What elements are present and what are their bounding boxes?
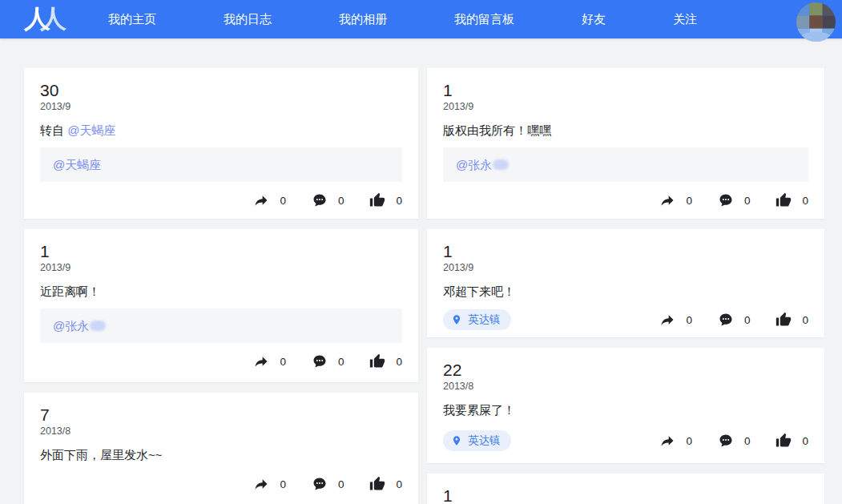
share-button[interactable]: 0 [253, 476, 286, 492]
comment-button[interactable]: 0 [718, 192, 751, 208]
like-button[interactable]: 0 [776, 192, 808, 208]
like-button[interactable]: 0 [369, 353, 402, 369]
nav-item-my-albums[interactable]: 我的相册 [339, 0, 387, 38]
nav-item-my-message-board[interactable]: 我的留言板 [454, 0, 514, 38]
share-icon [659, 192, 675, 208]
post-actions: 0 0 0 [253, 476, 402, 492]
share-count: 0 [280, 478, 286, 490]
comment-button[interactable]: 0 [312, 353, 344, 369]
mention-link[interactable]: @张永 [456, 158, 492, 171]
share-count: 0 [280, 195, 286, 207]
comment-count: 0 [338, 195, 344, 207]
logo-glyph: 人 [40, 1, 66, 38]
post-day: 1 [443, 242, 808, 261]
post-date: 2013/8 [443, 380, 808, 393]
share-icon [253, 476, 269, 492]
comment-count: 0 [744, 314, 751, 326]
post-actions: 0 0 0 [659, 192, 808, 208]
thumb-up-icon [369, 353, 385, 369]
like-button[interactable]: 0 [776, 312, 808, 328]
mention-link[interactable]: @天蝎座 [67, 123, 115, 137]
avatar-image [796, 2, 836, 42]
comment-icon [312, 476, 328, 492]
comment-icon [718, 433, 734, 449]
mention-link[interactable]: @张永 [53, 319, 89, 333]
post-card: 1 [427, 474, 824, 504]
feed-column-right: 1 2013/9 版权由我所有！嘿嘿 @张永 0 0 [427, 68, 824, 504]
comment-button[interactable]: 0 [312, 192, 344, 208]
post-day: 30 [40, 81, 402, 100]
post-content: 近距离啊！ [40, 284, 402, 299]
post-date: 2013/9 [40, 261, 402, 274]
censored-text [493, 159, 509, 170]
comment-count: 0 [338, 478, 344, 490]
share-icon [659, 312, 675, 328]
post-content: 版权由我所有！嘿嘿 [443, 123, 808, 138]
post-card: 1 2013/9 版权由我所有！嘿嘿 @张永 0 0 [427, 68, 824, 219]
thumb-up-icon [369, 192, 385, 208]
user-avatar[interactable] [796, 2, 836, 42]
comment-button[interactable]: 0 [718, 312, 751, 328]
comment-count: 0 [744, 195, 751, 207]
post-actions-row: 英达镇 0 0 0 [443, 309, 808, 330]
comment-count: 0 [744, 435, 751, 447]
share-button[interactable]: 0 [659, 192, 692, 208]
post-day: 7 [40, 405, 402, 425]
like-button[interactable]: 0 [776, 433, 808, 449]
post-actions-row: 英达镇 0 0 0 [443, 430, 808, 451]
comment-icon [312, 192, 328, 208]
post-card: 22 2013/8 我要累屎了！ 英达镇 0 0 [427, 348, 824, 463]
location-label: 英达镇 [468, 312, 501, 327]
comment-button[interactable]: 0 [718, 433, 751, 449]
renren-logo[interactable]: 人 人 [24, 0, 66, 38]
post-day: 1 [443, 486, 808, 504]
nav-menu: 我的主页 我的日志 我的相册 我的留言板 好友 关注 [108, 0, 697, 38]
share-button[interactable]: 0 [659, 433, 692, 449]
share-icon [253, 353, 269, 369]
share-button[interactable]: 0 [659, 312, 692, 328]
comment-button[interactable]: 0 [312, 476, 344, 492]
post-actions-row: 0 0 0 [40, 476, 402, 492]
post-actions: 0 0 0 [253, 192, 402, 208]
like-count: 0 [802, 314, 808, 326]
nav-item-my-homepage[interactable]: 我的主页 [108, 0, 156, 38]
repost-prefix: 转自 [40, 123, 67, 137]
feed: 30 2013/9 转自 @天蝎座 @天蝎座 0 0 [24, 68, 824, 504]
post-day: 1 [443, 81, 808, 100]
post-card: 1 2013/9 近距离啊！ @张永 0 0 [24, 229, 418, 382]
like-count: 0 [802, 435, 808, 447]
location-chip[interactable]: 英达镇 [443, 309, 511, 330]
nav-item-friends[interactable]: 好友 [582, 0, 606, 38]
share-count: 0 [686, 435, 692, 447]
thumb-up-icon [369, 476, 385, 492]
location-chip[interactable]: 英达镇 [443, 430, 511, 451]
share-button[interactable]: 0 [253, 192, 286, 208]
like-button[interactable]: 0 [369, 192, 402, 208]
post-date: 2013/9 [443, 261, 808, 274]
nav-item-my-blog[interactable]: 我的日志 [224, 0, 272, 38]
post-date: 2013/9 [443, 100, 808, 113]
post-actions: 0 0 0 [659, 312, 808, 328]
share-count: 0 [280, 356, 286, 368]
quoted-post: @张永 [443, 147, 808, 182]
share-icon [253, 192, 269, 208]
comment-icon [312, 353, 328, 369]
post-card: 7 2013/8 外面下雨，屋里发水~~ 0 0 0 [24, 393, 418, 504]
post-actions-row: 0 0 0 [40, 192, 402, 208]
share-count: 0 [686, 314, 692, 326]
comment-icon [718, 312, 734, 328]
share-button[interactable]: 0 [253, 353, 286, 369]
post-content: 我要累屎了！ [443, 402, 808, 417]
post-card: 1 2013/9 邓超下来吧！ 英达镇 0 0 [427, 229, 824, 337]
top-navbar: 人 人 我的主页 我的日志 我的相册 我的留言板 好友 关注 [0, 0, 842, 38]
post-actions: 0 0 0 [659, 433, 808, 449]
like-button[interactable]: 0 [369, 476, 402, 492]
thumb-up-icon [776, 192, 792, 208]
like-count: 0 [396, 356, 402, 368]
mention-link[interactable]: @天蝎座 [53, 158, 101, 171]
location-label: 英达镇 [468, 433, 501, 448]
comment-icon [718, 192, 734, 208]
location-pin-icon [451, 314, 462, 325]
post-card: 30 2013/9 转自 @天蝎座 @天蝎座 0 0 [24, 68, 418, 219]
nav-item-following[interactable]: 关注 [673, 0, 697, 38]
